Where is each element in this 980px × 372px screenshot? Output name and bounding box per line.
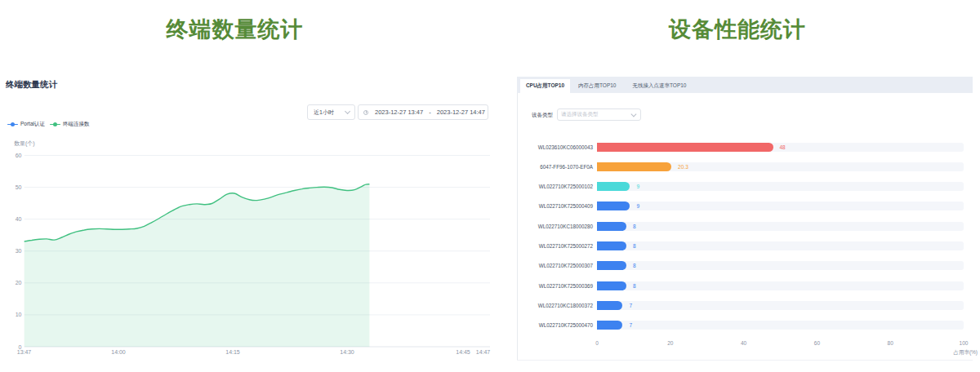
x-tick-label: 14:00 [102, 349, 135, 355]
bar-value-label: 8 [633, 261, 636, 270]
y-tick-label: 10 [1, 312, 22, 317]
clock-icon [363, 110, 368, 115]
x-tick-label: 14:15 [216, 349, 249, 355]
performance-tabs: CPU占用TOP10内存占用TOP10无线接入点速率TOP10 [517, 77, 973, 93]
bar[interactable] [597, 281, 626, 290]
tab-1[interactable]: 内存占用TOP10 [570, 79, 624, 93]
bar-value-label: 8 [633, 281, 636, 290]
bar-track [597, 241, 964, 250]
bar-category-label: WL022710K725000102 [495, 182, 593, 191]
bar-value-label: 8 [633, 222, 636, 231]
panel-bottom-border [517, 360, 973, 361]
bar-track [597, 281, 964, 290]
bar-track [597, 222, 964, 231]
bar-track [597, 321, 964, 330]
date-range-picker[interactable]: 2023-12-27 13:47 - 2023-12-27 14:47 [358, 104, 488, 120]
x-tick-label: 14:30 [331, 349, 363, 355]
legend-label: 终端连接数 [63, 121, 90, 128]
bar-x-tick-label: 80 [878, 340, 902, 346]
tab-0[interactable]: CPU占用TOP10 [520, 79, 570, 93]
y-tick-label: 50 [1, 184, 22, 190]
bar-category-label: 6047-FF96-1070-EF0A [495, 162, 593, 171]
bar-category-label: WL023610KC06000043 [495, 143, 593, 152]
bar[interactable] [597, 182, 630, 191]
bar-category-label: WL022710K725000409 [495, 202, 593, 210]
line-chart-legend: Portal认证终端连接数 [7, 121, 94, 128]
bar-category-label: WL022710K725000272 [495, 241, 593, 250]
bar[interactable] [597, 162, 671, 171]
y-tick-label: 20 [1, 280, 22, 286]
bar-track [597, 202, 964, 210]
x-tick-label: 14:47 [467, 349, 500, 355]
device-type-placeholder: 请选择设备类型 [561, 111, 599, 118]
bar-value-label: 9 [636, 182, 639, 191]
bar-x-tick-label: 60 [804, 340, 829, 346]
device-type-label: 设备类型 [532, 112, 553, 119]
y-tick-label: 30 [1, 248, 22, 254]
bar-value-label: 7 [629, 301, 632, 310]
bar-track [597, 182, 964, 191]
bar[interactable] [597, 321, 622, 330]
bar-category-label: WL022710K725000470 [495, 321, 593, 330]
left-section-title: 终端数量统计 [0, 15, 470, 44]
bar-category-label: WL022710K725000369 [495, 281, 593, 290]
chevron-down-icon [345, 108, 350, 114]
legend-line-dot-icon [7, 121, 18, 128]
bar[interactable] [597, 143, 773, 152]
time-range-select[interactable]: 近1小时 [307, 104, 355, 120]
bar-value-label: 20.3 [678, 162, 688, 171]
bar-value-label: 7 [629, 321, 632, 330]
date-range-separator: - [429, 108, 431, 116]
tab-2[interactable]: 无线接入点速率TOP10 [624, 79, 694, 93]
bar-x-tick-label: 20 [658, 340, 683, 346]
bar-category-label: WL022710KC18000280 [495, 222, 593, 231]
legend-label: Portal认证 [20, 121, 45, 128]
panel-left-border [517, 77, 518, 361]
device-type-select[interactable]: 请选择设备类型 [557, 108, 641, 121]
bar[interactable] [597, 202, 630, 210]
date-range-end: 2023-12-27 14:47 [437, 108, 485, 116]
bar-x-tick-label: 0 [585, 340, 609, 346]
bar[interactable] [597, 261, 626, 270]
legend-line-dot-icon [50, 121, 60, 128]
bar[interactable] [597, 222, 626, 231]
date-range-start: 2023-12-27 13:47 [375, 108, 423, 116]
chevron-down-icon [630, 112, 635, 117]
bar-track [597, 261, 964, 270]
right-section-title: 设备性能统计 [510, 15, 965, 44]
bar-x-tick-label: 100 [951, 340, 976, 346]
time-range-value: 近1小时 [314, 108, 334, 117]
bar-value-label: 48 [780, 143, 786, 152]
x-tick-label: 13:47 [8, 349, 41, 355]
bar[interactable] [597, 301, 622, 310]
bar[interactable] [597, 241, 626, 250]
bar-value-label: 9 [636, 202, 639, 210]
bar-track [597, 301, 964, 310]
terminal-chart-title: 终端数量统计 [6, 79, 57, 91]
y-tick-label: 60 [1, 153, 22, 158]
bar-value-label: 8 [633, 241, 636, 250]
bar-x-axis-name: 占用率(%) [912, 349, 978, 356]
bar-category-label: WL022710KC18000372 [495, 301, 593, 310]
legend-item-1[interactable]: 终端连接数 [50, 121, 90, 128]
y-tick-label: 40 [1, 216, 22, 222]
legend-item-0[interactable]: Portal认证 [7, 121, 45, 128]
bar-category-label: WL022710K725000307 [495, 261, 593, 270]
y-axis-name: 数量(个) [14, 140, 35, 148]
bar-x-tick-label: 40 [732, 340, 756, 346]
